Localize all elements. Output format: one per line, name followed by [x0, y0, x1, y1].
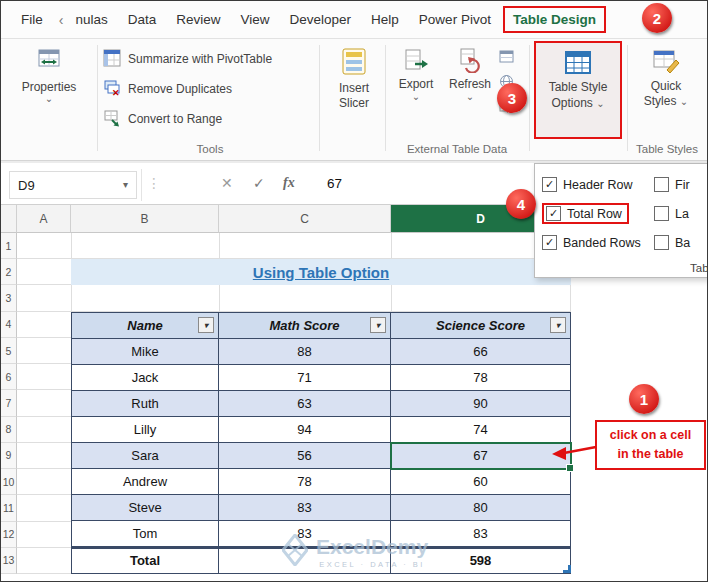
- tab-file[interactable]: File: [11, 6, 53, 33]
- column-header-row: A B C D: [1, 205, 571, 233]
- banded-rows-checkbox[interactable]: ✓ Banded Rows: [542, 235, 654, 250]
- row-header-6[interactable]: 6: [1, 364, 17, 390]
- cell-c9[interactable]: 56: [219, 443, 391, 469]
- filter-dropdown-icon[interactable]: ▾: [370, 317, 386, 333]
- total-row-highlight-box: ✓ Total Row: [542, 203, 629, 224]
- cell-d10[interactable]: 60: [391, 469, 570, 495]
- header-row-label: Header Row: [563, 178, 632, 192]
- cell-b7[interactable]: Ruth: [72, 391, 219, 417]
- cell-c8[interactable]: 94: [219, 417, 391, 443]
- panel-footer-label: Table: [690, 262, 708, 274]
- tab-help[interactable]: Help: [361, 6, 409, 33]
- name-box[interactable]: D9 ▾: [9, 171, 137, 199]
- row-header-5[interactable]: 5: [1, 338, 17, 364]
- slicer-icon: [323, 47, 385, 77]
- quick-styles-button[interactable]: Quick Styles ⌄: [633, 47, 699, 109]
- cell-b10[interactable]: Andrew: [72, 469, 219, 495]
- tab-data[interactable]: Data: [118, 6, 167, 33]
- ribbon: Properties ⌄ Summarize with PivotTable ✕…: [1, 39, 708, 161]
- step-2-badge: 2: [642, 3, 672, 33]
- header-cell-science-score[interactable]: Science Score▾: [391, 313, 570, 339]
- table-header-row: Name▾ Math Score▾ Science Score▾: [72, 313, 570, 339]
- row-header-8[interactable]: 8: [1, 417, 17, 443]
- group-separator: [385, 45, 386, 151]
- tab-formulas-partial[interactable]: nulas: [65, 6, 117, 33]
- row-header-7[interactable]: 7: [1, 390, 17, 416]
- group-separator: [627, 45, 628, 151]
- cell-c5[interactable]: 88: [219, 339, 391, 365]
- tab-review[interactable]: Review: [166, 6, 230, 33]
- row-header-10[interactable]: 10: [1, 469, 17, 495]
- refresh-icon: [444, 47, 496, 73]
- cell-d5[interactable]: 66: [391, 339, 570, 365]
- cell-b13-total-label[interactable]: Total: [72, 547, 219, 573]
- table-resize-handle[interactable]: [563, 565, 571, 573]
- cell-b9[interactable]: Sara: [72, 443, 219, 469]
- header-cell-name[interactable]: Name▾: [72, 313, 219, 339]
- cell-b12[interactable]: Tom: [72, 521, 219, 547]
- row-header-1[interactable]: 1: [1, 233, 17, 259]
- name-box-value: D9: [18, 178, 35, 193]
- export-icon: [390, 47, 442, 73]
- callout-line-2: in the table: [618, 445, 684, 464]
- data-range-properties-icon[interactable]: [499, 49, 521, 67]
- column-header-c[interactable]: C: [219, 205, 391, 233]
- table-style-options-button[interactable]: Table Style Options ⌄: [534, 41, 622, 139]
- insert-function-icon[interactable]: fx: [283, 175, 295, 191]
- cell-b6[interactable]: Jack: [72, 365, 219, 391]
- summarize-with-pivottable-button[interactable]: Summarize with PivotTable: [103, 47, 272, 71]
- tab-developer[interactable]: Developer: [280, 6, 362, 33]
- chevron-down-icon: ⌄: [596, 98, 604, 109]
- insert-slicer-label-2: Slicer: [323, 96, 385, 111]
- total-row-checkbox[interactable]: ✓ Total Row: [542, 203, 654, 224]
- cell-c10[interactable]: 78: [219, 469, 391, 495]
- formula-input[interactable]: 67: [327, 176, 342, 191]
- table-row: Lilly 94 74: [72, 417, 570, 443]
- first-column-checkbox[interactable]: Fir: [654, 177, 690, 192]
- row-header-2[interactable]: 2: [1, 259, 17, 285]
- row-header-4[interactable]: 4: [1, 312, 17, 338]
- cell-d8[interactable]: 74: [391, 417, 570, 443]
- sheet-title-cell[interactable]: Using Table Option: [71, 259, 571, 285]
- watermark-tagline: EXCEL · DATA · BI: [319, 560, 425, 569]
- tab-power-pivot[interactable]: Power Pivot: [409, 6, 501, 33]
- cancel-icon[interactable]: ✕: [221, 175, 233, 191]
- enter-icon[interactable]: ✓: [253, 175, 265, 191]
- export-button[interactable]: Export ⌄: [390, 47, 442, 102]
- cell-c11[interactable]: 83: [219, 495, 391, 521]
- cell-d7[interactable]: 90: [391, 391, 570, 417]
- convert-to-range-button[interactable]: Convert to Range: [103, 107, 222, 131]
- cell-b11[interactable]: Steve: [72, 495, 219, 521]
- tab-view[interactable]: View: [231, 6, 280, 33]
- row-header-9[interactable]: 9: [1, 443, 17, 469]
- tab-table-design[interactable]: Table Design: [503, 6, 606, 33]
- insert-slicer-button[interactable]: Insert Slicer: [323, 47, 385, 111]
- cell-c7[interactable]: 63: [219, 391, 391, 417]
- row-header-11[interactable]: 11: [1, 495, 17, 521]
- header-cell-math-score[interactable]: Math Score▾: [219, 313, 391, 339]
- properties-button[interactable]: Properties ⌄: [1, 47, 97, 104]
- row-header-12[interactable]: 12: [1, 522, 17, 548]
- filter-dropdown-icon[interactable]: ▾: [198, 317, 214, 333]
- last-column-checkbox[interactable]: La: [654, 206, 689, 221]
- table-row: Andrew 78 60: [72, 469, 570, 495]
- row-header-13[interactable]: 13: [1, 548, 17, 574]
- table-style-options-label-2: Options: [551, 96, 592, 110]
- cell-d6[interactable]: 78: [391, 365, 570, 391]
- column-header-b[interactable]: B: [71, 205, 219, 233]
- banded-columns-checkbox[interactable]: Ba: [654, 235, 690, 250]
- cell-b5[interactable]: Mike: [72, 339, 219, 365]
- column-header-a[interactable]: A: [17, 205, 71, 233]
- remove-duplicates-button[interactable]: ✕ Remove Duplicates: [103, 77, 232, 101]
- cell-c6[interactable]: 71: [219, 365, 391, 391]
- select-all-corner[interactable]: [1, 205, 17, 233]
- header-row-checkbox[interactable]: ✓ Header Row: [542, 177, 654, 192]
- row-header-3[interactable]: 3: [1, 285, 17, 311]
- cell-b8[interactable]: Lilly: [72, 417, 219, 443]
- name-box-dropdown-icon[interactable]: ▾: [123, 180, 128, 190]
- refresh-button[interactable]: Refresh ⌄: [444, 47, 496, 102]
- excel-window: File ‹ nulas Data Review View Developer …: [0, 0, 708, 582]
- chevron-down-icon: ⌄: [1, 94, 97, 104]
- filter-dropdown-icon[interactable]: ▾: [550, 317, 566, 333]
- cell-d11[interactable]: 80: [391, 495, 570, 521]
